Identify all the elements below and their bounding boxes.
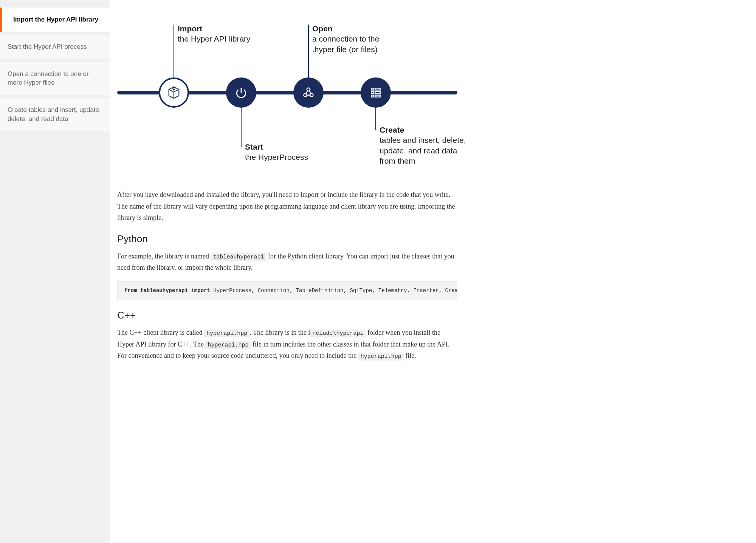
diagram-vline: [308, 25, 309, 77]
cpp-paragraph: The C++ client library is called hyperap…: [117, 327, 457, 362]
diagram-vline: [174, 25, 174, 77]
inline-code: nclude\hyperapi: [310, 330, 366, 337]
list-icon: [368, 85, 383, 100]
inline-code: hyperapi.hpp: [204, 330, 249, 337]
label-create: Createtables and insert, delete, update,…: [380, 125, 466, 166]
inline-code: hyperapi.hpp: [358, 353, 404, 360]
power-icon: [234, 85, 249, 100]
label-start: Startthe HyperProcess: [245, 142, 328, 162]
process-diagram: Importthe Hyper API library Opena connec…: [117, 11, 457, 174]
python-codeblock: from tableauhyperapi import HyperProcess…: [117, 281, 457, 300]
cpp-heading: C++: [117, 309, 457, 321]
diagram-vline: [241, 108, 242, 147]
node-start: [226, 77, 256, 108]
svg-rect-8: [375, 95, 380, 97]
article-body: After you have downloaded and installed …: [117, 189, 457, 362]
svg-rect-6: [375, 92, 380, 94]
nav-import[interactable]: Import the Hyper API library: [0, 8, 110, 32]
svg-point-2: [310, 94, 313, 97]
inline-code: hyperapi.hpp: [205, 341, 251, 349]
label-open: Opena connection to the .hyper file (or …: [312, 23, 395, 54]
intro-paragraph: After you have downloaded and installed …: [117, 189, 457, 224]
python-heading: Python: [117, 233, 457, 245]
inline-code: tableauhyperapi: [211, 253, 266, 261]
nav-start[interactable]: Start the Hyper API process: [0, 35, 110, 59]
svg-rect-7: [371, 95, 374, 97]
node-import: [159, 77, 189, 108]
label-import: Importthe Hyper API library: [178, 23, 261, 44]
node-create: [361, 77, 391, 108]
main-content: Importthe Hyper API library Opena connec…: [110, 0, 472, 543]
nav-create[interactable]: Create tables and insert, update, delete…: [0, 98, 110, 131]
share-icon: [301, 85, 316, 100]
svg-rect-5: [371, 92, 374, 94]
nav-open[interactable]: Open a connection to one or more Hyper f…: [0, 62, 110, 95]
python-paragraph: For example, the library is named tablea…: [117, 251, 457, 274]
cube-icon: [166, 85, 181, 100]
node-open: [293, 77, 324, 108]
diagram-vline: [375, 108, 376, 130]
svg-rect-4: [375, 88, 380, 90]
svg-point-1: [304, 94, 307, 97]
sidebar: Import the Hyper API library Start the H…: [0, 0, 110, 543]
svg-rect-3: [371, 88, 374, 90]
